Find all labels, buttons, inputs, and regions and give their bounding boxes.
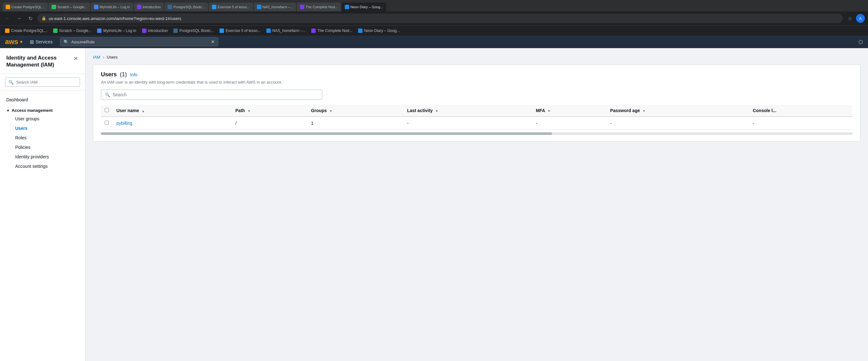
access-management-items: User groups Users Roles Policies Identit… bbox=[6, 113, 79, 171]
table-row: pybilling / 1 - - - - bbox=[101, 116, 852, 130]
col-header-password-age[interactable]: Password age ▼ bbox=[607, 105, 749, 116]
table-scroll-indicator[interactable] bbox=[101, 132, 852, 135]
col-header-mfa[interactable]: MFA ▼ bbox=[532, 105, 607, 116]
bookmark-item[interactable]: PostgreSQL Bootc... bbox=[171, 28, 216, 34]
aws-console: aws ⊞ Services 🔍 ✕ ⬡ Identity and Access… bbox=[0, 35, 868, 361]
address-bar[interactable]: 🔒 us-east-1.console.aws.amazon.com/iam/h… bbox=[37, 13, 843, 23]
users-table-body: pybilling / 1 - - - - bbox=[101, 116, 852, 130]
users-search-input[interactable] bbox=[113, 92, 318, 97]
sidebar-search-box[interactable]: 🔍 bbox=[5, 78, 80, 87]
aws-search-bar[interactable]: 🔍 ✕ bbox=[60, 37, 218, 46]
bookmark-item[interactable]: MyIrishLife – Log in bbox=[95, 28, 138, 34]
bookmark-favicon bbox=[311, 28, 316, 33]
bookmark-item[interactable]: Exercise 5 of lesso... bbox=[217, 28, 263, 34]
access-management-section-title[interactable]: ▼ Access management bbox=[6, 108, 79, 113]
sidebar-item-policies[interactable]: Policies bbox=[6, 142, 79, 152]
section-arrow-icon: ▼ bbox=[6, 109, 10, 112]
col-password-age-label: Password age bbox=[610, 108, 640, 113]
sidebar-close-button[interactable]: ✕ bbox=[73, 54, 79, 63]
sidebar-item-users[interactable]: Users bbox=[6, 123, 79, 133]
bookmark-item[interactable]: Neon Diary – Goog... bbox=[355, 28, 402, 34]
bookmark-favicon bbox=[97, 28, 101, 33]
breadcrumb-current: Users bbox=[107, 55, 118, 59]
forward-button[interactable]: → bbox=[14, 14, 23, 23]
col-header-path[interactable]: Path ▼ bbox=[231, 105, 307, 116]
browser-toolbar: ← → ↻ 🔒 us-east-1.console.aws.amazon.com… bbox=[0, 11, 868, 25]
bookmark-favicon bbox=[220, 28, 224, 33]
col-username-label: User name bbox=[116, 108, 139, 113]
grid-icon: ⊞ bbox=[30, 39, 34, 45]
users-count: (1) bbox=[120, 71, 127, 78]
browser-tab-tab-nas[interactable]: NAS_homefarm –... bbox=[254, 3, 297, 11]
browser-tab-tab-scratch[interactable]: Scratch – Google... bbox=[49, 3, 90, 11]
col-header-groups[interactable]: Groups ▼ bbox=[307, 105, 403, 116]
users-panel-header: Users (1) Info An IAM user is an identit… bbox=[101, 71, 852, 85]
bookmark-label: Exercise 5 of lesso... bbox=[225, 28, 261, 33]
search-clear-button[interactable]: ✕ bbox=[211, 39, 215, 44]
col-header-console[interactable]: Console l... bbox=[749, 105, 852, 116]
tab-favicon bbox=[52, 5, 56, 9]
browser-tab-tab-intro[interactable]: Introduction bbox=[134, 3, 164, 11]
bookmark-label: Introduction bbox=[148, 28, 168, 33]
bookmark-item[interactable]: Introduction bbox=[140, 28, 170, 34]
bookmark-label: Create PostgreSQL... bbox=[11, 28, 48, 33]
bookmark-label: The Complete Nod... bbox=[317, 28, 352, 33]
sidebar-item-identity-providers[interactable]: Identity providers bbox=[6, 152, 79, 162]
breadcrumb: IAM › Users bbox=[93, 54, 860, 59]
sidebar-header: Identity and Access Management (IAM) ✕ bbox=[0, 48, 85, 74]
bookmark-item[interactable]: Create PostgreSQL... bbox=[3, 28, 50, 34]
users-search-box[interactable]: 🔍 bbox=[101, 90, 322, 100]
select-all-header[interactable] bbox=[101, 105, 113, 116]
browser-tab-tab-node[interactable]: The Complete Nod... bbox=[297, 3, 341, 11]
browser-tabs: Create PostgreSQL...Scratch – Google...M… bbox=[0, 0, 868, 11]
sort-icon-password-age: ▼ bbox=[643, 109, 646, 113]
bookmark-label: MyIrishLife – Log in bbox=[103, 28, 136, 33]
tab-label: MyIrishLife – Log in bbox=[100, 5, 130, 9]
services-button[interactable]: ⊞ Services bbox=[27, 38, 55, 46]
row-checkbox-cell[interactable] bbox=[101, 116, 113, 130]
sidebar-item-roles[interactable]: Roles bbox=[6, 133, 79, 142]
user-name-link[interactable]: pybilling bbox=[116, 121, 132, 126]
col-mfa-label: MFA bbox=[536, 108, 545, 113]
sidebar-item-account-settings[interactable]: Account settings bbox=[6, 162, 79, 171]
tab-favicon bbox=[345, 5, 349, 9]
profile-icon[interactable]: A bbox=[856, 14, 865, 23]
browser-tab-tab-myirish[interactable]: MyIrishLife – Log in bbox=[91, 3, 133, 11]
breadcrumb-separator: › bbox=[103, 54, 104, 59]
tab-label: Neon Diary – Goog... bbox=[350, 5, 383, 9]
back-button[interactable]: ← bbox=[3, 14, 12, 23]
row-groups: 1 bbox=[307, 116, 403, 130]
aws-search-input[interactable] bbox=[71, 39, 209, 44]
users-table: User name ▲ Path ▼ Groups ▼ bbox=[101, 105, 852, 130]
sidebar-item-dashboard[interactable]: Dashboard bbox=[0, 95, 85, 105]
row-last-activity: - bbox=[403, 116, 532, 130]
bookmark-item[interactable]: NAS_homefarm –... bbox=[264, 28, 308, 34]
browser-tab-tab-exercise[interactable]: Exercise 5 of lesso... bbox=[209, 3, 253, 11]
browser-tab-tab-neon[interactable]: Neon Diary – Goog... bbox=[342, 3, 386, 11]
tab-favicon bbox=[94, 5, 98, 9]
bookmark-item[interactable]: The Complete Nod... bbox=[309, 28, 355, 34]
console-icon[interactable]: ⬡ bbox=[859, 39, 863, 45]
bookmark-item[interactable]: Scratch – Google... bbox=[51, 28, 94, 34]
browser-tab-tab-pgbootcamp[interactable]: PostgreSQL Bootc... bbox=[164, 3, 208, 11]
breadcrumb-iam-link[interactable]: IAM bbox=[93, 55, 100, 59]
users-info-link[interactable]: Info bbox=[130, 72, 137, 77]
sidebar-item-user-groups[interactable]: User groups bbox=[6, 114, 79, 123]
tab-label: The Complete Nod... bbox=[306, 5, 338, 9]
refresh-button[interactable]: ↻ bbox=[26, 14, 35, 23]
sidebar-search-input[interactable] bbox=[16, 80, 76, 85]
col-header-username[interactable]: User name ▲ bbox=[113, 105, 231, 116]
users-panel: Users (1) Info An IAM user is an identit… bbox=[93, 64, 860, 142]
browser-tab-tab-postgres-create[interactable]: Create PostgreSQL... bbox=[3, 3, 48, 11]
col-header-last-activity[interactable]: Last activity ▼ bbox=[403, 105, 532, 116]
row-path: / bbox=[231, 116, 307, 130]
sort-asc-icon: ▲ bbox=[142, 109, 145, 113]
col-path-label: Path bbox=[235, 108, 245, 113]
sidebar-search[interactable]: 🔍 bbox=[0, 74, 85, 91]
bookmark-star[interactable]: ☆ bbox=[848, 16, 852, 22]
lock-icon: 🔒 bbox=[41, 16, 46, 21]
row-checkbox[interactable] bbox=[105, 121, 109, 125]
select-all-checkbox[interactable] bbox=[105, 108, 109, 112]
users-panel-title: Users bbox=[101, 71, 117, 78]
bookmark-label: PostgreSQL Bootc... bbox=[179, 28, 214, 33]
